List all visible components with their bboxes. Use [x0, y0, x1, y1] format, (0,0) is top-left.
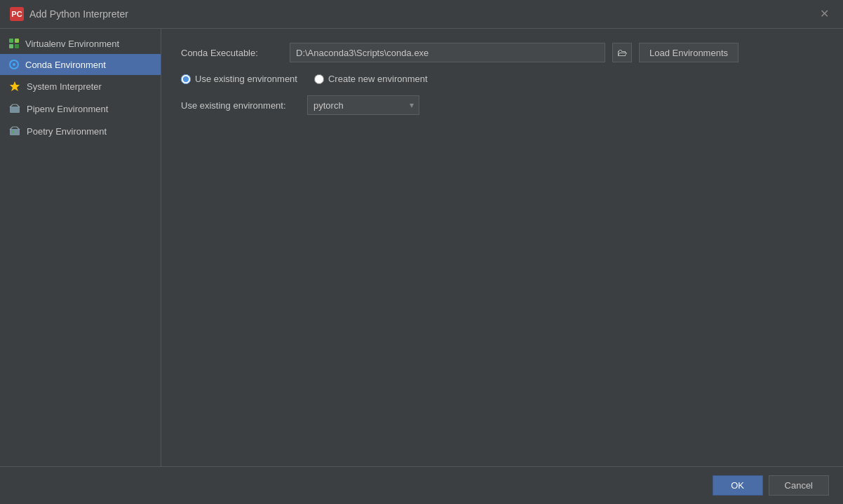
sidebar-item-conda[interactable]: Conda Environment	[0, 54, 161, 75]
folder-icon: 🗁	[617, 47, 627, 58]
sidebar-item-pipenv[interactable]: Pipenv Environment	[0, 97, 161, 120]
conda-executable-label: Conda Executable:	[181, 48, 283, 58]
svg-rect-9	[12, 131, 14, 133]
env-dropdown[interactable]: pytorch base tensorflow	[307, 95, 419, 115]
conda-executable-input[interactable]	[290, 43, 605, 62]
env-select-row: Use existing environment: pytorch base t…	[181, 95, 823, 115]
sidebar-item-system[interactable]: System Interpreter	[0, 75, 161, 97]
svg-point-5	[13, 63, 15, 66]
radio-create-new-input[interactable]	[314, 74, 324, 84]
conda-icon	[8, 59, 20, 70]
ok-button[interactable]: OK	[713, 475, 763, 496]
sidebar-label-poetry: Poetry Environment	[27, 126, 107, 137]
poetry-icon	[8, 125, 21, 137]
svg-rect-3	[15, 44, 19, 48]
radio-create-new-label: Create new environment	[328, 74, 428, 84]
radio-group: Use existing environment Create new envi…	[181, 74, 823, 84]
radio-create-new[interactable]: Create new environment	[314, 74, 428, 84]
sidebar-label-system: System Interpreter	[27, 81, 102, 92]
svg-rect-1	[15, 39, 19, 43]
radio-use-existing[interactable]: Use existing environment	[181, 74, 297, 84]
svg-rect-2	[9, 44, 13, 48]
radio-use-existing-label: Use existing environment	[195, 74, 297, 84]
svg-marker-6	[10, 81, 20, 91]
cancel-button[interactable]: Cancel	[769, 475, 829, 496]
pipenv-icon	[8, 102, 21, 115]
title-bar: PC Add Python Interpreter ✕	[0, 0, 843, 29]
sidebar-label-virtualenv: Virtualenv Environment	[25, 39, 119, 49]
conda-executable-row: Conda Executable: 🗁 Load Environments	[181, 43, 823, 62]
dialog-title: Add Python Interpreter	[29, 8, 128, 20]
dialog-footer: OK Cancel	[0, 466, 843, 504]
sidebar-label-pipenv: Pipenv Environment	[27, 104, 108, 114]
sidebar: Virtualenv Environment Conda Environment	[0, 29, 161, 466]
app-logo: PC	[10, 7, 24, 21]
svg-rect-0	[9, 39, 13, 43]
radio-use-existing-input[interactable]	[181, 74, 191, 84]
sidebar-item-virtualenv[interactable]: Virtualenv Environment	[0, 33, 161, 54]
virtualenv-icon	[8, 38, 20, 49]
svg-rect-8	[10, 129, 20, 135]
svg-rect-7	[10, 107, 20, 113]
sidebar-item-poetry[interactable]: Poetry Environment	[0, 120, 161, 142]
system-icon	[8, 80, 21, 93]
env-dropdown-wrapper: pytorch base tensorflow	[307, 95, 419, 115]
dialog-body: Virtualenv Environment Conda Environment	[0, 29, 843, 466]
title-bar-left: PC Add Python Interpreter	[10, 7, 128, 21]
sidebar-label-conda: Conda Environment	[25, 60, 106, 70]
add-python-interpreter-dialog: PC Add Python Interpreter ✕ Virtualenv E…	[0, 0, 843, 504]
use-existing-label: Use existing environment:	[181, 100, 300, 111]
load-environments-button[interactable]: Load Environments	[639, 43, 739, 62]
close-button[interactable]: ✕	[816, 7, 833, 21]
folder-browse-button[interactable]: 🗁	[612, 43, 632, 62]
main-content: Conda Executable: 🗁 Load Environments Us…	[161, 29, 843, 466]
